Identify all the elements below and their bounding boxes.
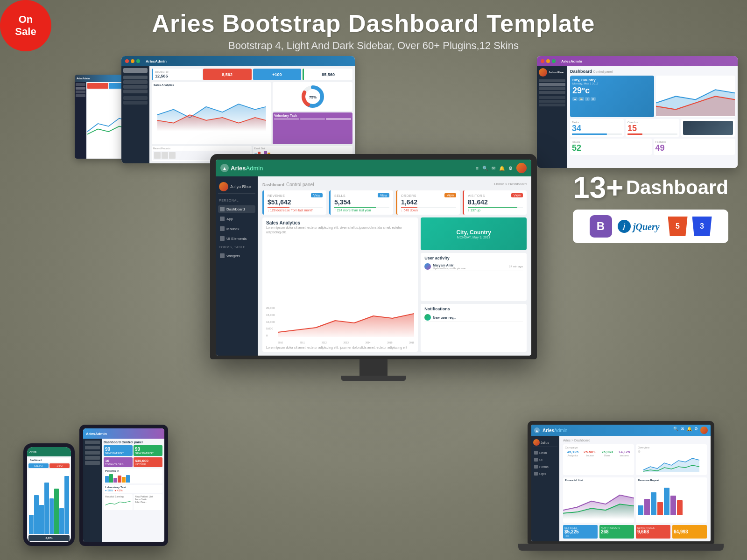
laptop-card-4: 64,993 — [672, 525, 707, 539]
activity-info: Maryam Amiri Updated his profile picture — [433, 264, 507, 270]
activity-avatar — [424, 263, 431, 270]
sidebar-item-ui[interactable]: UI Elements — [218, 235, 255, 242]
on-sale-badge: On Sale — [0, 0, 51, 51]
chart-plot — [278, 307, 414, 337]
laptop-chart-2: Revenue Report — [636, 477, 707, 523]
widgets-icon — [220, 253, 225, 258]
laptop-bottom-cards: NET SALES $5,225 ↑2% NEW PRODUCTS 268 NE… — [563, 525, 707, 539]
info-section: 13+ Dashboard B j jQuery 5 3 — [573, 173, 728, 243]
bar-7 — [59, 508, 64, 534]
phone-content: Dashboard $31,642 1,642 6,374 — [27, 456, 71, 542]
rev-bar-2 — [644, 499, 650, 515]
laptop-device: ▲ AriesAdmin 🔍 ✉ 🔔 ⚙ — [528, 421, 733, 551]
phone-chart — [28, 469, 70, 534]
tech-logos: B j jQuery 5 3 — [573, 210, 728, 243]
monitor-frame: ▲ AriesAdmin ≡ 🔍 ✉ 🔔 ⚙ — [210, 154, 537, 359]
campaign-stats: Campaign 45,125 Analystics 25.50% bounce — [563, 444, 707, 475]
laptop-charts-row: Financial List — [563, 477, 707, 523]
inner-main: Juliya Rhur PERSONAL Dashboard App — [216, 176, 531, 356]
mailbox-icon — [220, 226, 225, 231]
tablet-content: Dashboard Control panel 90 NEW PATIENT 9… — [102, 439, 164, 542]
rev-bar-5 — [664, 488, 669, 515]
laptop-icon-3 — [534, 465, 538, 469]
phone-bottom-stat: 6,374 — [28, 535, 70, 541]
stat-revenue: REVENUE View $51,642 ↓ 128 decrease from… — [262, 190, 326, 215]
ui-elements-icon — [220, 236, 225, 241]
monitor-container: ▲ AriesAdmin ≡ 🔍 ✉ 🔔 ⚙ — [210, 154, 537, 381]
chart-x-labels: 2010 2011 2012 2013 2014 2015 2016 — [278, 341, 414, 344]
laptop-topbar: ▲ AriesAdmin 🔍 ✉ 🔔 ⚙ — [531, 425, 711, 436]
sales-chart-area: 20,000 15,000 10,000 5,000 0 — [266, 307, 414, 344]
tablet-sb-2 — [85, 446, 100, 449]
inner-content: Dashboard Control panel Home > Dashboard… — [258, 176, 531, 356]
right-panels: City, Country MONDAY, May 9, 2017 User a… — [421, 217, 527, 352]
page-title: Dashboard Control panel — [262, 180, 314, 188]
bootstrap-logo: B — [590, 215, 612, 238]
laptop-chart-1: Financial List — [563, 477, 634, 523]
inner-dashboard: ▲ AriesAdmin ≡ 🔍 ✉ 🔔 ⚙ — [216, 160, 531, 356]
notifications-panel: Notifications New user req... — [421, 304, 527, 352]
title-section: Aries Bootstrap Dashboard Template Boots… — [0, 9, 747, 52]
dashboard-count-row: 13+ Dashboard — [573, 173, 728, 203]
sidebar-user: Juliya Rhur — [218, 180, 255, 194]
laptop-content: Aries > Dashboard Campaign 45,125 Analys… — [559, 436, 711, 541]
inner-topbar: ▲ AriesAdmin ≡ 🔍 ✉ 🔔 ⚙ — [216, 160, 531, 176]
sidebar-item-widgets[interactable]: Widgets — [218, 252, 255, 259]
tablet-topbar: AriesAdmin — [83, 428, 164, 439]
phone-device: Aries Dashboard $31,642 1,642 — [23, 443, 75, 546]
rev-bar-6 — [670, 496, 676, 515]
tablet-sb-4 — [85, 456, 100, 460]
css3-logo: 3 — [692, 217, 712, 236]
laptop-sb-item-1: Dash — [533, 450, 557, 455]
laptop-sb-item-2: UI — [533, 457, 557, 462]
tablet-frame: AriesAdmin Dashboard Control panel 90 — [79, 425, 168, 546]
dashboard-label: Dashboard — [626, 178, 728, 197]
laptop-dashboard: ▲ AriesAdmin 🔍 ✉ 🔔 ⚙ — [531, 425, 711, 541]
sidebar-user-avatar — [219, 182, 228, 191]
monitor-stand-neck — [359, 359, 388, 376]
phone-screen: Aries Dashboard $31,642 1,642 — [27, 447, 71, 542]
inner-breadcrumb-area: Dashboard Control panel Home > Dashboard — [262, 180, 527, 188]
bar-3 — [39, 505, 44, 534]
laptop-main: Julius Dash UI Forms Opts Aries > Dashbo… — [531, 436, 711, 541]
tablet-sb-5 — [85, 461, 100, 465]
bar-8 — [64, 476, 69, 534]
top-center-screenshots: AriesAdmin — [75, 56, 355, 168]
phone-stats: $31,642 1,642 — [28, 463, 70, 468]
tablet-page-title: Dashboard Control panel — [104, 441, 162, 444]
laptop-card-3: NEW ARRIVALS 9,668 — [636, 525, 670, 539]
rev-bar-4 — [657, 502, 663, 515]
activity-item: Maryam Amiri Updated his profile picture… — [424, 262, 523, 271]
sidebar-personal-label: PERSONAL — [218, 198, 255, 203]
city-panel: City, Country MONDAY, May 9, 2017 — [421, 217, 527, 250]
notification-info: New user req... — [433, 316, 523, 319]
sidebar-item-mailbox[interactable]: Mailbox — [218, 225, 255, 232]
breadcrumb: Home > Dashboard — [494, 182, 527, 186]
phone-topbar: Aries — [27, 447, 71, 456]
laptop-sb-item-4: Opts — [533, 471, 557, 476]
laptop-sb-item-3: Forms — [533, 464, 557, 469]
app-icon — [220, 217, 225, 221]
bar-2 — [34, 495, 39, 534]
bar-4 — [44, 483, 49, 534]
phone-stat-2: 1,642 — [49, 463, 70, 468]
laptop-icon-2 — [534, 458, 538, 462]
jquery-logo: j jQuery — [617, 219, 663, 234]
tablet-sb-1 — [85, 441, 100, 444]
inner-sidebar: Juliya Rhur PERSONAL Dashboard App — [216, 176, 258, 356]
top-main-screenshot: AriesAdmin REVENUE 12,565 — [121, 56, 355, 163]
sidebar-item-dashboard[interactable]: Dashboard — [218, 205, 255, 213]
sub-title: Bootstrap 4, Light And Dark Sidebar, Ove… — [0, 40, 747, 52]
rev-bar-3 — [651, 492, 656, 515]
bar-6 — [54, 489, 59, 534]
tablet-body: Dashboard Control panel 90 NEW PATIENT 9… — [83, 439, 164, 542]
dashboard-icon — [220, 207, 225, 211]
stats-row: REVENUE View $51,642 ↓ 128 decrease from… — [262, 190, 527, 215]
laptop-sidebar: Julius Dash UI Forms Opts — [531, 436, 559, 541]
phone-frame: Aries Dashboard $31,642 1,642 — [23, 443, 75, 546]
tablet-sidebar — [83, 439, 102, 542]
laptop-breadcrumb: Aries > Dashboard — [563, 439, 707, 442]
sidebar-item-app[interactable]: App — [218, 215, 255, 223]
laptop-card-2: NEW PRODUCTS 268 — [599, 525, 634, 539]
monitor-stand-base — [341, 376, 406, 381]
